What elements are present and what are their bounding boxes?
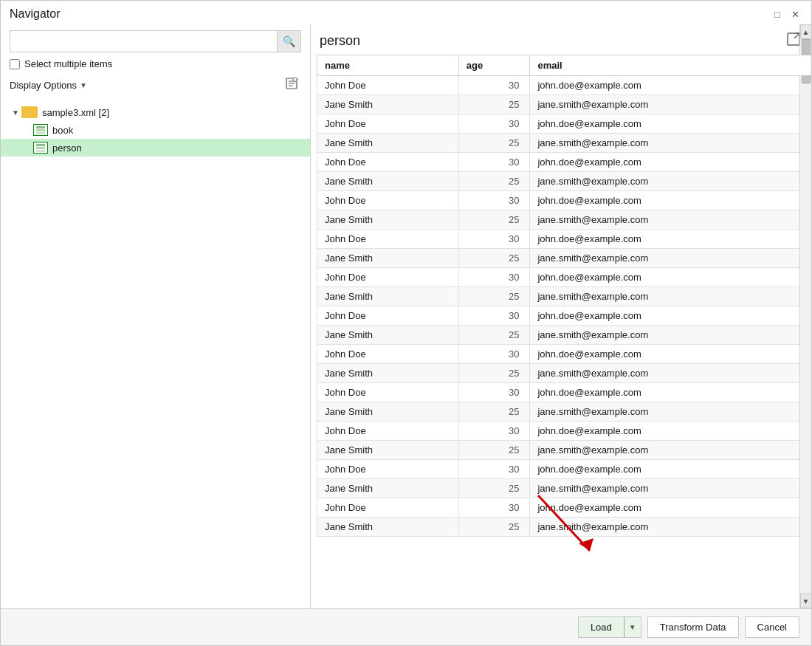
select-multiple-label[interactable]: Select multiple items <box>24 58 112 69</box>
minimize-button[interactable]: □ <box>770 7 785 21</box>
cell-name: John Doe <box>317 345 459 364</box>
cell-name: John Doe <box>317 230 459 249</box>
cell-email: jane.smith@example.com <box>530 172 811 191</box>
cell-name: John Doe <box>317 383 459 402</box>
cell-age: 30 <box>458 422 530 441</box>
right-scrollbar: ▲ ▼ <box>799 24 811 608</box>
cell-email: john.doe@example.com <box>530 191 811 210</box>
preview-title: person <box>320 33 360 49</box>
cell-name: John Doe <box>317 191 459 210</box>
svg-line-13 <box>794 33 799 38</box>
cell-age: 25 <box>458 134 530 153</box>
cell-age: 30 <box>458 460 530 479</box>
cell-email: jane.smith@example.com <box>530 402 811 422</box>
table-row: John Doe30john.doe@example.com <box>317 498 811 518</box>
main-content: 🔍 Select multiple items Display Options … <box>1 24 811 608</box>
load-button[interactable]: Load <box>578 616 624 638</box>
cell-age: 25 <box>458 441 530 460</box>
search-bar: 🔍 <box>10 30 301 52</box>
cell-age: 30 <box>458 114 530 134</box>
tree-root-item[interactable]: ▼ sample3.xml [2] <box>1 103 310 121</box>
table-row: John Doe30john.doe@example.com <box>317 76 811 95</box>
cell-email: john.doe@example.com <box>530 460 811 479</box>
cell-name: John Doe <box>317 498 459 518</box>
cell-email: john.doe@example.com <box>530 76 811 95</box>
cell-name: John Doe <box>317 422 459 441</box>
tree-container: ▼ sample3.xml [2] book <box>1 100 310 608</box>
cell-age: 25 <box>458 364 530 383</box>
cell-email: john.doe@example.com <box>530 383 811 402</box>
cell-name: Jane Smith <box>317 95 459 114</box>
cell-email: john.doe@example.com <box>530 230 811 249</box>
svg-text:↗: ↗ <box>295 78 297 82</box>
cell-email: jane.smith@example.com <box>530 95 811 114</box>
cell-email: john.doe@example.com <box>530 153 811 172</box>
cell-age: 25 <box>458 287 530 306</box>
scroll-down-button[interactable]: ▼ <box>800 594 812 608</box>
tree-item-book[interactable]: book <box>1 121 310 139</box>
cell-name: John Doe <box>317 153 459 172</box>
cell-name: Jane Smith <box>317 518 459 537</box>
cell-name: Jane Smith <box>317 249 459 268</box>
cell-age: 30 <box>458 230 530 249</box>
cell-age: 25 <box>458 479 530 498</box>
svg-rect-10 <box>36 147 45 149</box>
cell-age: 30 <box>458 498 530 518</box>
cell-age: 30 <box>458 191 530 210</box>
table-row: John Doe30john.doe@example.com <box>317 306 811 326</box>
close-button[interactable]: ✕ <box>788 7 802 21</box>
table-row: Jane Smith25jane.smith@example.com <box>317 249 811 268</box>
table-row: John Doe30john.doe@example.com <box>317 230 811 249</box>
cell-age: 30 <box>458 153 530 172</box>
cell-email: jane.smith@example.com <box>530 210 811 230</box>
expand-icon <box>786 32 801 47</box>
cell-email: john.doe@example.com <box>530 422 811 441</box>
svg-rect-6 <box>36 126 45 128</box>
table-row: John Doe30john.doe@example.com <box>317 268 811 287</box>
table-row: Jane Smith25jane.smith@example.com <box>317 518 811 537</box>
title-controls: □ ✕ <box>770 7 802 21</box>
cell-age: 30 <box>458 268 530 287</box>
preview-header: person <box>311 24 811 55</box>
cell-name: Jane Smith <box>317 402 459 422</box>
cell-name: Jane Smith <box>317 441 459 460</box>
refresh-preview-button[interactable]: ↗ <box>282 75 301 95</box>
cell-name: Jane Smith <box>317 287 459 306</box>
cell-age: 30 <box>458 383 530 402</box>
col-header-age: age <box>458 55 530 76</box>
cell-name: John Doe <box>317 306 459 326</box>
refresh-icon: ↗ <box>285 77 298 90</box>
cell-email: jane.smith@example.com <box>530 518 811 537</box>
cancel-button[interactable]: Cancel <box>745 616 799 638</box>
cell-age: 25 <box>458 249 530 268</box>
load-button-group: Load ▼ <box>578 616 641 638</box>
cell-email: jane.smith@example.com <box>530 326 811 345</box>
table-row: John Doe30john.doe@example.com <box>317 345 811 364</box>
select-multiple-checkbox[interactable] <box>10 59 20 69</box>
cell-email: john.doe@example.com <box>530 306 811 326</box>
cell-name: John Doe <box>317 460 459 479</box>
cell-email: jane.smith@example.com <box>530 479 811 498</box>
left-panel: 🔍 Select multiple items Display Options … <box>1 24 311 608</box>
cell-name: John Doe <box>317 76 459 95</box>
cell-age: 25 <box>458 172 530 191</box>
table-row: Jane Smith25jane.smith@example.com <box>317 287 811 306</box>
cell-email: john.doe@example.com <box>530 345 811 364</box>
load-dropdown-button[interactable]: ▼ <box>624 616 641 638</box>
cell-email: john.doe@example.com <box>530 268 811 287</box>
display-options-button[interactable]: Display Options ▼ <box>10 80 87 91</box>
cell-email: john.doe@example.com <box>530 114 811 134</box>
cell-name: John Doe <box>317 268 459 287</box>
search-button[interactable]: 🔍 <box>277 31 300 52</box>
tree-item-person[interactable]: person <box>1 139 310 157</box>
search-input[interactable] <box>10 32 277 51</box>
data-table: name age email John Doe30john.doe@exampl… <box>317 55 811 537</box>
scroll-up-button[interactable]: ▲ <box>800 24 812 39</box>
table-row: Jane Smith25jane.smith@example.com <box>317 95 811 114</box>
transform-data-button[interactable]: Transform Data <box>647 616 739 638</box>
cell-email: jane.smith@example.com <box>530 287 811 306</box>
chevron-down-icon: ▼ <box>80 81 87 89</box>
scroll-track <box>801 39 811 594</box>
svg-rect-9 <box>36 144 45 146</box>
cell-name: Jane Smith <box>317 134 459 153</box>
